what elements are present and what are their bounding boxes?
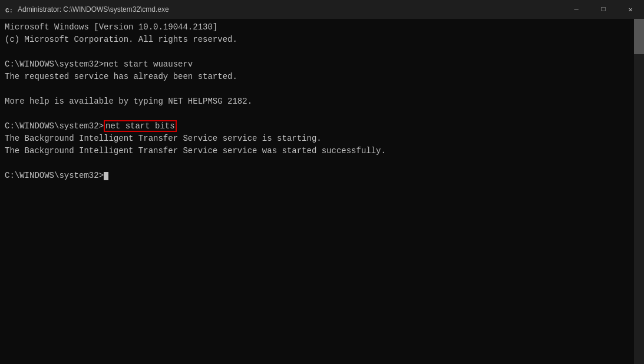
terminal-prompt-13: C:\WINDOWS\system32>	[5, 171, 104, 180]
terminal-command-highlight: net start bits	[104, 120, 177, 132]
terminal-cursor	[104, 172, 108, 180]
terminal-line-8	[5, 108, 628, 120]
terminal-content: Microsoft Windows [Version 10.0.19044.21…	[5, 21, 639, 182]
cmd-window: C: Administrator: C:\WINDOWS\system32\cm…	[0, 0, 644, 364]
title-bar-left: C: Administrator: C:\WINDOWS\system32\cm…	[5, 5, 169, 14]
terminal-line-12	[5, 157, 628, 170]
title-bar-title: Administrator: C:\WINDOWS\system32\cmd.e…	[18, 5, 169, 14]
svg-text:C:: C:	[5, 7, 13, 14]
terminal-line-5: The requested service has already been s…	[5, 71, 628, 83]
terminal-line-7: More help is available by typing NET HEL…	[5, 95, 628, 108]
terminal-line-2: (c) Microsoft Corporation. All rights re…	[5, 34, 628, 46]
minimize-button[interactable]: —	[563, 0, 590, 19]
terminal-line-9: C:\WINDOWS\system32>net start bits	[5, 120, 628, 133]
maximize-button[interactable]: □	[590, 0, 617, 19]
terminal-prompt-9: C:\WINDOWS\system32>	[5, 121, 104, 131]
terminal-body[interactable]: Microsoft Windows [Version 10.0.19044.21…	[0, 19, 644, 364]
close-button[interactable]: ✕	[617, 0, 644, 19]
title-bar: C: Administrator: C:\WINDOWS\system32\cm…	[0, 0, 644, 19]
terminal-line-4: C:\WINDOWS\system32>net start wuauserv	[5, 58, 628, 71]
scrollbar-thumb[interactable]	[634, 19, 644, 54]
title-bar-controls: — □ ✕	[563, 0, 644, 19]
terminal-line-10: The Background Intelligent Transfer Serv…	[5, 133, 628, 145]
terminal-line-1: Microsoft Windows [Version 10.0.19044.21…	[5, 21, 628, 34]
terminal-line-6	[5, 83, 628, 95]
terminal-line-13: C:\WINDOWS\system32>	[5, 170, 628, 182]
terminal-line-3	[5, 46, 628, 58]
terminal-line-11: The Background Intelligent Transfer Serv…	[5, 145, 628, 157]
cmd-icon: C:	[5, 5, 14, 14]
scrollbar[interactable]	[634, 19, 644, 364]
